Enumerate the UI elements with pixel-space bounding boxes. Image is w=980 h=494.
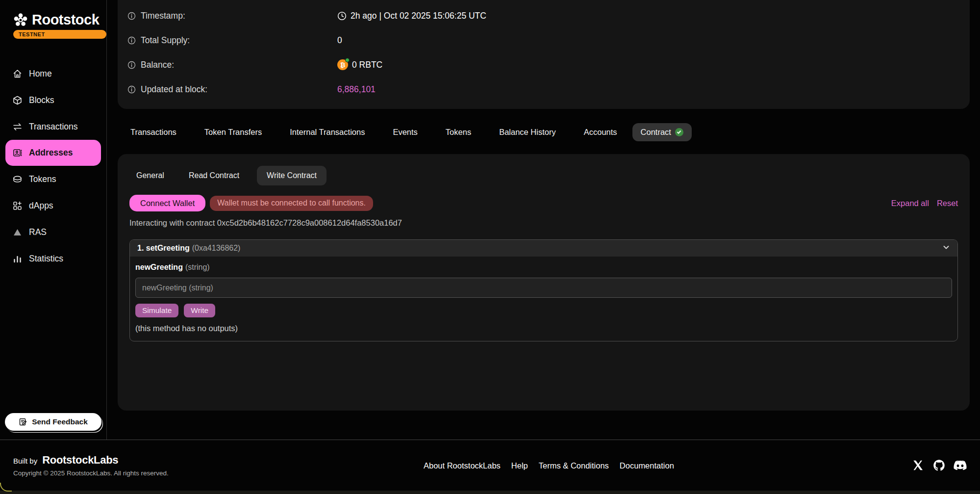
wallet-warning-badge: Wallet must be connected to call functio… <box>210 196 373 211</box>
summary-row-timestamp: Timestamp: 2h ago | Oct 02 2025 15:06:25… <box>127 3 970 28</box>
rootstocklabs-link[interactable]: RootstockLabs <box>42 454 118 467</box>
newgreeting-input[interactable] <box>135 278 952 298</box>
summary-label: Updated at block: <box>141 84 207 95</box>
chevron-down-icon[interactable] <box>942 243 950 253</box>
subtab-general[interactable]: General <box>129 166 171 185</box>
contract-subtabs: General Read Contract Write Contract <box>129 166 958 185</box>
sidebar-nav: Home Blocks Transactions <box>0 60 106 272</box>
github-icon[interactable] <box>932 459 946 472</box>
summary-row-updated-block: Updated at block: 6,886,101 <box>127 77 970 102</box>
tab-contract-label: Contract <box>641 128 671 137</box>
summary-label: Total Supply: <box>141 35 190 46</box>
sidebar-item-addresses[interactable]: Addresses <box>5 140 101 166</box>
footer-link-documentation[interactable]: Documentation <box>620 461 674 470</box>
footer-link-terms[interactable]: Terms & Conditions <box>539 461 609 470</box>
address-tabs: Transactions Token Transfers Internal Tr… <box>118 122 970 142</box>
sidebar-item-label: Tokens <box>29 174 56 184</box>
subtab-read-contract[interactable]: Read Contract <box>182 166 246 185</box>
sidebar-item-label: Statistics <box>29 254 63 264</box>
connect-wallet-button[interactable]: Connect Wallet <box>129 195 205 211</box>
dapps-icon <box>12 201 23 211</box>
block-number-link[interactable]: 6,886,101 <box>337 84 376 95</box>
built-by-label: Built by <box>13 457 37 465</box>
main-content: Timestamp: 2h ago | Oct 02 2025 15:06:25… <box>107 0 980 440</box>
summary-label: Balance: <box>141 60 174 70</box>
info-icon[interactable] <box>127 12 136 20</box>
home-icon <box>12 69 23 79</box>
testnet-badge: TESTNET <box>13 30 106 39</box>
info-icon[interactable] <box>127 36 136 45</box>
subtab-write-contract[interactable]: Write Contract <box>257 166 327 185</box>
send-feedback-button[interactable]: Send Feedback <box>5 413 101 431</box>
blocks-icon <box>12 95 23 105</box>
brand-name: Rootstock <box>32 12 99 28</box>
expand-all-link[interactable]: Expand all <box>891 199 929 208</box>
summary-row-balance: Balance: ₿ 0 RBTC <box>127 52 970 77</box>
function-block-setgreeting: 1. setGreeting (0xa4136862) newGreeting(… <box>129 239 958 341</box>
app-shell: Rootstock TESTNET Home Blocks <box>0 0 980 494</box>
sidebar-item-dapps[interactable]: dApps <box>0 192 106 219</box>
param-name: newGreeting <box>135 263 183 271</box>
contract-panel: General Read Contract Write Contract Con… <box>118 154 970 411</box>
footer-socials <box>911 459 967 472</box>
footer-left: Built by RootstockLabs Copyright © 2025 … <box>13 454 169 477</box>
timestamp-value: 2h ago | Oct 02 2025 15:06:25 UTC <box>351 11 486 21</box>
param-label-row: newGreeting(string) <box>135 263 952 272</box>
page-body: Rootstock TESTNET Home Blocks <box>0 0 980 440</box>
no-outputs-note: (this method has no outputs) <box>135 324 952 333</box>
sidebar-item-label: Transactions <box>29 122 78 132</box>
function-accordion-header[interactable]: 1. setGreeting (0xa4136862) <box>130 240 957 257</box>
tab-token-transfers[interactable]: Token Transfers <box>204 128 262 137</box>
tab-internal-transactions[interactable]: Internal Transactions <box>290 128 365 137</box>
sidebar-item-ras[interactable]: RAS <box>0 219 106 245</box>
sidebar-item-label: Addresses <box>29 148 73 158</box>
write-button[interactable]: Write <box>184 304 215 317</box>
function-title: 1. setGreeting <box>137 244 190 253</box>
info-icon[interactable] <box>127 61 136 69</box>
total-supply-value: 0 <box>337 35 342 46</box>
footer: Built by RootstockLabs Copyright © 2025 … <box>0 440 980 491</box>
address-summary-card: Timestamp: 2h ago | Oct 02 2025 15:06:25… <box>118 0 970 109</box>
tab-contract[interactable]: Contract <box>632 123 692 141</box>
edit-note-icon <box>19 417 27 426</box>
sidebar-item-label: Home <box>29 69 52 79</box>
x-icon[interactable] <box>911 459 925 472</box>
send-feedback-label: Send Feedback <box>32 417 88 426</box>
tab-transactions[interactable]: Transactions <box>130 128 176 137</box>
verified-check-icon <box>675 128 683 136</box>
rbtc-coin-icon: ₿ <box>337 59 348 70</box>
tab-events[interactable]: Events <box>393 128 417 137</box>
info-icon[interactable] <box>127 85 136 94</box>
bottom-edge <box>0 491 980 494</box>
sidebar-item-label: RAS <box>29 227 47 237</box>
balance-value: 0 RBTC <box>352 60 382 70</box>
addresses-icon <box>12 148 23 158</box>
discord-icon[interactable] <box>954 459 967 472</box>
reset-link[interactable]: Reset <box>937 199 958 208</box>
function-buttons: Simulate Write <box>135 304 952 317</box>
clock-icon <box>337 11 347 21</box>
function-selector: (0xa4136862) <box>192 244 241 253</box>
param-type: (string) <box>185 263 210 271</box>
sidebar-item-blocks[interactable]: Blocks <box>0 87 106 113</box>
sidebar-item-transactions[interactable]: Transactions <box>0 113 106 140</box>
brand-logo[interactable]: Rootstock <box>0 0 106 28</box>
tokens-icon <box>12 174 23 184</box>
wallet-connect-row: Connect Wallet Wallet must be connected … <box>129 195 958 211</box>
panel-actions: Expand all Reset <box>891 199 958 208</box>
summary-label: Timestamp: <box>141 11 185 21</box>
sidebar-item-statistics[interactable]: Statistics <box>0 245 106 272</box>
copyright-text: Copyright © 2025 RootstockLabs. All righ… <box>13 469 169 477</box>
tab-balance-history[interactable]: Balance History <box>499 128 556 137</box>
simulate-button[interactable]: Simulate <box>135 304 178 317</box>
footer-link-help[interactable]: Help <box>511 461 528 470</box>
sidebar-item-home[interactable]: Home <box>0 60 106 87</box>
summary-row-total-supply: Total Supply: 0 <box>127 28 970 52</box>
sidebar-item-tokens[interactable]: Tokens <box>0 166 106 192</box>
footer-link-about[interactable]: About RootstockLabs <box>424 461 501 470</box>
tab-tokens[interactable]: Tokens <box>446 128 471 137</box>
tab-accounts[interactable]: Accounts <box>584 128 617 137</box>
sidebar-item-label: dApps <box>29 201 53 211</box>
rootstock-logo-icon <box>13 12 28 28</box>
ras-icon <box>12 227 23 237</box>
